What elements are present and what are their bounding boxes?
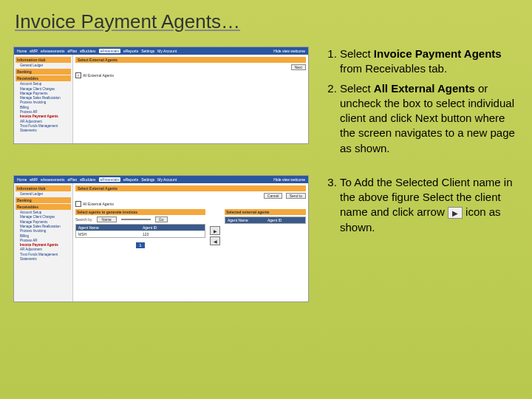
nav-eassess[interactable]: eAssessments <box>41 177 65 182</box>
arrow-right-icon-inline: ▶ <box>448 207 463 219</box>
sidebar: Information Hub General Ledger Banking R… <box>14 55 73 143</box>
go-button[interactable]: Go <box>155 216 168 222</box>
nav-eplan[interactable]: ePlan <box>67 177 77 182</box>
cell-id: 123 <box>140 231 205 237</box>
sendto-button[interactable]: Send to <box>286 193 306 199</box>
row-2: Home eMR eAssessments ePlan eBudders eFi… <box>0 175 532 302</box>
all-external-agents-label-2: All External Agents <box>83 202 114 206</box>
sidebar-item[interactable]: Statements <box>16 129 71 133</box>
sidebar-gl[interactable]: General Ledger <box>16 192 71 197</box>
all-external-agents-checkbox[interactable]: ✓ <box>75 72 81 78</box>
sidebar-hdr-info: Information Hub <box>16 57 71 63</box>
sidebar-hdr-receivables: Receivables <box>16 204 71 210</box>
step-2: Select All External Agents or uncheck th… <box>340 81 522 156</box>
step-3: To Add the Selected Client name in the a… <box>340 175 522 235</box>
nav-ereports[interactable]: eReports <box>123 177 138 182</box>
nav-ereports[interactable]: eReports <box>123 49 138 53</box>
arrow-left-icon[interactable]: ◀ <box>210 236 220 245</box>
sidebar-2: Information Hub General Ledger Banking R… <box>14 183 73 301</box>
all-external-agents-checkbox-2[interactable] <box>75 201 81 207</box>
sidebar-item[interactable]: Statements <box>16 257 71 262</box>
all-external-agents-label: All External Agents <box>83 73 114 78</box>
col-agent-name: Agent Name <box>76 225 140 231</box>
next-button[interactable]: Next <box>291 64 306 70</box>
left-col-hdr: Select agents to generate invoices <box>75 209 205 215</box>
nav-eassess[interactable]: eAssessments <box>41 49 65 53</box>
nav-home[interactable]: Home <box>17 49 27 53</box>
nav-welcome: Hide view welcome <box>273 49 305 53</box>
search-input[interactable] <box>121 219 151 220</box>
nav-home[interactable]: Home <box>17 177 27 182</box>
step-2-a: Select <box>340 82 374 95</box>
app-nav: Home eMR eAssessments ePlan eBudders eFi… <box>14 47 308 55</box>
screenshot-1: Home eMR eAssessments ePlan eBudders eFi… <box>13 47 309 144</box>
main-panel-1: Select External Agents Next ✓ All Extern… <box>73 55 308 143</box>
slide-title: Invoice Payment Agents… <box>0 0 532 39</box>
cell-name: MSH <box>76 231 140 237</box>
selected-agents-table: Agent Name Agent ID <box>225 216 306 224</box>
nav-myaccount[interactable]: My Account <box>157 49 177 53</box>
sidebar-gl[interactable]: General Ledger <box>16 64 71 68</box>
right-col-hdr: Selected external agents <box>225 209 306 215</box>
instructions-bottom: To Add the Selected Client name in the a… <box>309 175 532 239</box>
search-select[interactable]: Name <box>97 216 117 222</box>
nav-emr[interactable]: eMR <box>30 177 38 182</box>
table-row[interactable]: MSH 123 <box>76 231 205 237</box>
nav-efinancials[interactable]: eFinancials <box>99 177 120 182</box>
sidebar-hdr-info: Information Hub <box>16 185 71 191</box>
step-1-bold: Invoice Payment Agents <box>374 47 502 60</box>
sidebar-hdr-banking: Banking <box>16 69 71 75</box>
panel-title: Select External Agents <box>75 57 306 63</box>
nav-eplan[interactable]: ePlan <box>67 49 77 53</box>
nav-ebudders[interactable]: eBudders <box>80 177 95 182</box>
pager: 1 <box>75 242 205 248</box>
nav-efinancials[interactable]: eFinancials <box>99 49 120 53</box>
step-2-bold: All External Agents <box>374 82 475 95</box>
sidebar-hdr-banking: Banking <box>16 197 71 203</box>
row-1: Home eMR eAssessments ePlan eBudders eFi… <box>0 47 532 160</box>
panel-title-2: Select External Agents <box>75 185 306 191</box>
nav-settings[interactable]: Settings <box>141 177 154 182</box>
sidebar-hdr-receivables: Receivables <box>16 75 71 81</box>
cancel-button[interactable]: Cancel <box>264 193 283 199</box>
arrow-right-icon[interactable]: ▶ <box>210 226 220 235</box>
nav-myaccount[interactable]: My Account <box>157 177 177 182</box>
app-nav-2: Home eMR eAssessments ePlan eBudders eFi… <box>14 176 308 183</box>
agents-table: Agent Name Agent ID MSH 123 <box>75 224 205 238</box>
search-label: Search by <box>75 217 92 222</box>
col-agent-id-r: Agent ID <box>265 217 305 223</box>
step-1-c: from Receivables tab. <box>340 62 447 75</box>
step-1: Select Invoice Payment Agents from Recei… <box>340 47 522 77</box>
col-agent-id: Agent ID <box>140 225 205 231</box>
screenshot-2: Home eMR eAssessments ePlan eBudders eFi… <box>13 175 309 302</box>
step-1-a: Select <box>340 47 374 60</box>
page-1[interactable]: 1 <box>136 242 144 248</box>
nav-welcome: Hide view welcome <box>273 177 305 182</box>
nav-settings[interactable]: Settings <box>141 49 154 53</box>
nav-emr[interactable]: eMR <box>30 49 38 53</box>
col-agent-name-r: Agent Name <box>225 217 265 223</box>
main-panel-2: Select External Agents Cancel Send to Al… <box>73 183 308 301</box>
instructions-top: Select Invoice Payment Agents from Recei… <box>309 47 532 160</box>
transfer-buttons: ▶ ◀ <box>210 209 220 248</box>
nav-ebudders[interactable]: eBudders <box>80 49 95 53</box>
